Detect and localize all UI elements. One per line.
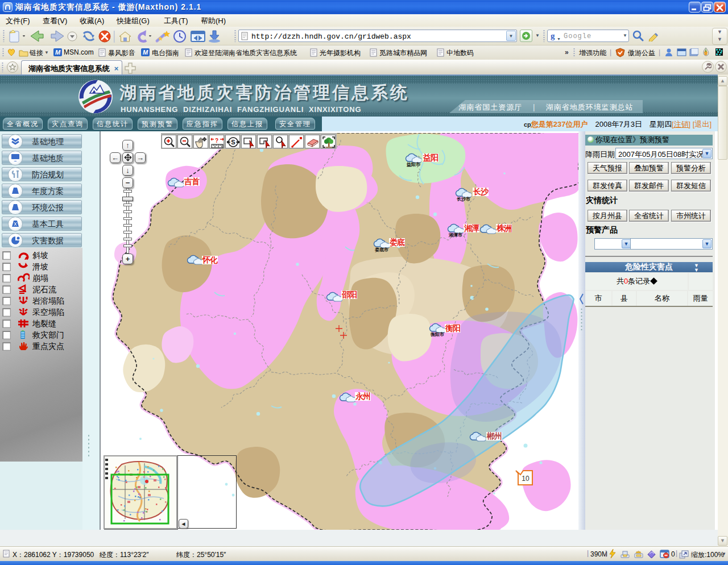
svg-text:?: ? (215, 138, 218, 144)
svg-text:S: S (231, 139, 235, 146)
svg-text:10: 10 (522, 475, 530, 483)
